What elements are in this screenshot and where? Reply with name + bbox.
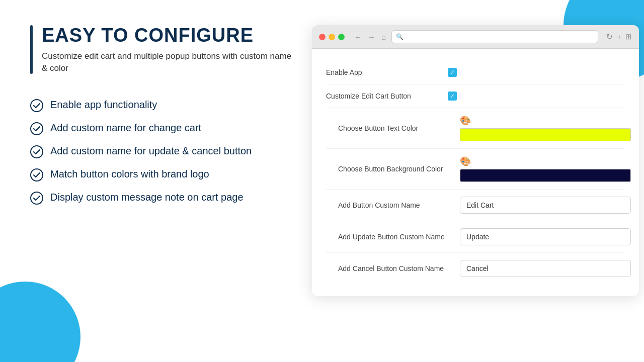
button-name-row: Add Button Custom Name bbox=[326, 190, 625, 221]
customize-edit-cart-checkbox[interactable]: ✓ bbox=[448, 92, 457, 101]
back-button[interactable]: ← bbox=[353, 32, 363, 42]
traffic-light-red[interactable] bbox=[319, 34, 326, 40]
feature-item-1: Enable app functionality bbox=[30, 98, 292, 112]
text-color-picker-icon[interactable]: 🎨 bbox=[460, 115, 471, 126]
left-panel: EASY TO CONFIGURE Customize edit cart an… bbox=[30, 25, 292, 205]
browser-toolbar: ← → ⌂ 🔍 ↻ + ⊞ bbox=[312, 25, 639, 49]
bg-color-label: Choose Button Background Color bbox=[338, 165, 454, 173]
feature-item-4: Match button colors with brand logo bbox=[30, 167, 292, 182]
button-name-label: Add Button Custom Name bbox=[338, 201, 454, 209]
page-subtitle: Customize edit cart and multiple popup b… bbox=[42, 50, 292, 74]
update-name-input[interactable] bbox=[460, 228, 631, 245]
feature-item-3: Add custom name for update & cancel butt… bbox=[30, 144, 292, 158]
bg-color-picker-row: 🎨 bbox=[460, 156, 631, 167]
svg-point-1 bbox=[31, 123, 43, 135]
heading-content: EASY TO CONFIGURE Customize edit cart an… bbox=[42, 25, 292, 74]
feature-item-2: Add custom name for change cart bbox=[30, 121, 292, 135]
browser-content: Enable App ✓ Customize Edit Cart Button … bbox=[312, 49, 639, 296]
browser-window: ← → ⌂ 🔍 ↻ + ⊞ Enable App bbox=[312, 25, 639, 296]
grid-button[interactable]: ⊞ bbox=[625, 32, 632, 41]
bg-color-control: 🎨 bbox=[460, 156, 631, 182]
feature-text-1: Enable app functionality bbox=[50, 98, 157, 112]
cancel-name-control bbox=[460, 260, 631, 277]
traffic-lights bbox=[319, 34, 345, 40]
enable-app-label: Enable App bbox=[326, 68, 442, 76]
button-name-input[interactable] bbox=[460, 197, 631, 214]
new-tab-button[interactable]: + bbox=[617, 32, 621, 41]
text-color-bar[interactable] bbox=[460, 128, 631, 141]
bg-color-row: Choose Button Background Color 🎨 bbox=[326, 149, 625, 190]
browser-actions: ↻ + ⊞ bbox=[606, 32, 632, 41]
feature-text-4: Match button colors with brand logo bbox=[50, 167, 209, 181]
text-color-label: Choose Button Text Color bbox=[338, 124, 454, 132]
feature-text-2: Add custom name for change cart bbox=[50, 121, 201, 135]
svg-point-3 bbox=[31, 169, 43, 181]
enable-app-row: Enable App ✓ bbox=[326, 61, 625, 84]
check-icon-4 bbox=[30, 168, 43, 182]
bg-color-bar[interactable] bbox=[460, 169, 631, 182]
feature-text-3: Add custom name for update & cancel butt… bbox=[50, 144, 252, 158]
cancel-name-row: Add Cancel Button Custom Name bbox=[326, 253, 625, 284]
browser-nav: ← → ⌂ bbox=[353, 32, 387, 42]
feature-item-5: Display custom message note on cart page bbox=[30, 191, 292, 205]
button-name-control bbox=[460, 197, 631, 214]
customize-edit-cart-control: ✓ bbox=[448, 92, 625, 101]
feature-text-5: Display custom message note on cart page bbox=[50, 191, 244, 204]
heading-block: EASY TO CONFIGURE Customize edit cart an… bbox=[30, 25, 292, 74]
home-button[interactable]: ⌂ bbox=[380, 32, 387, 42]
customize-edit-cart-label: Customize Edit Cart Button bbox=[326, 92, 442, 100]
check-icon-2 bbox=[30, 122, 43, 135]
check-icon-3 bbox=[30, 145, 43, 158]
check-icon-5 bbox=[30, 192, 43, 205]
enable-app-checkbox-wrapper: ✓ bbox=[448, 68, 625, 77]
features-list: Enable app functionality Add custom name… bbox=[30, 98, 292, 205]
refresh-button[interactable]: ↻ bbox=[606, 32, 613, 41]
cancel-name-label: Add Cancel Button Custom Name bbox=[338, 264, 454, 273]
traffic-light-green[interactable] bbox=[338, 34, 345, 40]
heading-border-decoration bbox=[30, 25, 33, 74]
customize-edit-cart-checkbox-wrapper: ✓ bbox=[448, 92, 625, 101]
svg-point-0 bbox=[31, 100, 43, 112]
update-name-control bbox=[460, 228, 631, 245]
browser-addressbar[interactable]: 🔍 bbox=[391, 30, 598, 43]
search-icon: 🔍 bbox=[396, 33, 404, 40]
update-name-row: Add Update Button Custom Name bbox=[326, 221, 625, 253]
text-color-row: Choose Button Text Color 🎨 bbox=[326, 108, 625, 149]
enable-app-control: ✓ bbox=[448, 68, 625, 77]
text-color-control: 🎨 bbox=[460, 115, 631, 141]
right-panel: ← → ⌂ 🔍 ↻ + ⊞ Enable App bbox=[312, 25, 639, 296]
traffic-light-yellow[interactable] bbox=[329, 34, 335, 40]
update-name-label: Add Update Button Custom Name bbox=[338, 233, 454, 241]
check-icon-1 bbox=[30, 99, 43, 112]
text-color-picker-row: 🎨 bbox=[460, 115, 631, 126]
forward-button[interactable]: → bbox=[366, 32, 377, 42]
customize-edit-cart-row: Customize Edit Cart Button ✓ bbox=[326, 84, 625, 108]
page-title: EASY TO CONFIGURE bbox=[42, 25, 292, 46]
svg-point-4 bbox=[31, 192, 43, 204]
svg-point-2 bbox=[31, 146, 43, 158]
enable-app-checkbox[interactable]: ✓ bbox=[448, 68, 457, 77]
cancel-name-input[interactable] bbox=[460, 260, 631, 277]
bg-color-picker-icon[interactable]: 🎨 bbox=[460, 156, 471, 167]
